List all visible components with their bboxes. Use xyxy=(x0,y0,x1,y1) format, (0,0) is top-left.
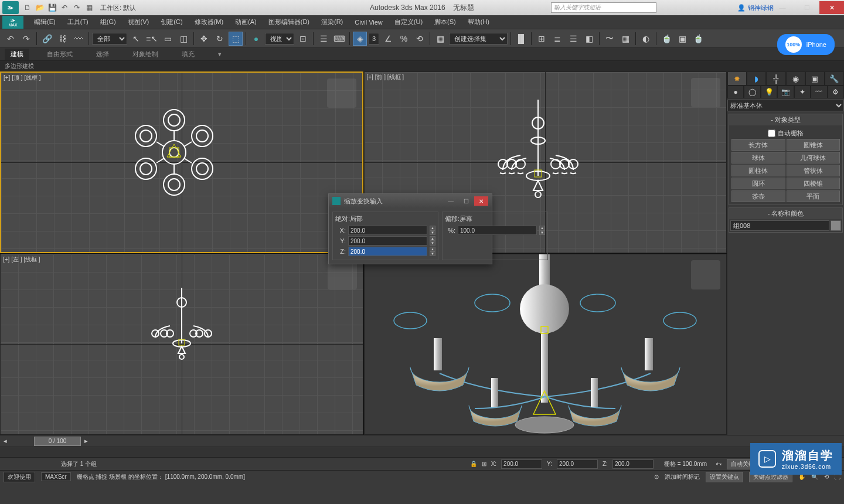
menu-help[interactable]: 帮助(H) xyxy=(462,18,495,26)
search-input[interactable]: 输入关键字或短语 xyxy=(551,2,656,13)
menu-animation[interactable]: 动画(A) xyxy=(229,18,263,26)
spinner-up-icon[interactable]: ▲ xyxy=(430,236,435,241)
spinner-down-icon[interactable]: ▼ xyxy=(430,230,435,235)
lock-icon[interactable]: 🔒 xyxy=(470,461,477,467)
ribbon-tab-modeling[interactable]: 建模 xyxy=(5,49,29,60)
ribbon-tab-objectpaint[interactable]: 对象绘制 xyxy=(127,49,164,60)
time-prev-icon[interactable]: ◂ xyxy=(0,437,11,445)
display-tab-icon[interactable]: ▣ xyxy=(805,71,825,86)
dialog-close-button[interactable]: ✕ xyxy=(474,196,488,206)
render-setup-button[interactable]: 🍵 xyxy=(659,32,673,46)
menu-civil[interactable]: Civil View xyxy=(349,19,388,26)
snap-toggle-button[interactable]: ◈ xyxy=(353,32,367,46)
sphere-button[interactable]: 球体 xyxy=(731,152,785,164)
mirror-button[interactable]: ▐▌ xyxy=(514,32,528,46)
menu-create[interactable]: 创建(C) xyxy=(155,18,188,26)
percent-snap-button[interactable]: % xyxy=(397,32,411,46)
edit-named-button[interactable]: ▦ xyxy=(433,32,447,46)
key-icon[interactable]: 🗝 xyxy=(716,461,722,467)
systems-subtab-icon[interactable]: ⚙ xyxy=(828,86,844,98)
ribbon-tab-freeform[interactable]: 自由形式 xyxy=(41,49,79,60)
maximize-button[interactable]: ☐ xyxy=(795,1,819,14)
move-button[interactable]: ✥ xyxy=(197,32,211,46)
select-region-button[interactable]: ▭ xyxy=(161,32,175,46)
time-next-icon[interactable]: ▸ xyxy=(81,437,91,445)
menu-customize[interactable]: 自定义(U) xyxy=(389,18,428,26)
autogrid-checkbox[interactable]: 自动栅格 xyxy=(731,128,840,139)
refcoord-dropdown[interactable]: 视图 xyxy=(265,33,294,45)
spinner-up-icon[interactable]: ▲ xyxy=(539,226,545,230)
coord-mode-icon[interactable]: ⊞ xyxy=(482,461,486,467)
bind-spacewarp-button[interactable]: 〰 xyxy=(72,32,86,46)
object-name-input[interactable] xyxy=(730,220,829,231)
torus-button[interactable]: 圆环 xyxy=(731,178,785,189)
box-button[interactable]: 长方体 xyxy=(731,139,785,151)
time-slider[interactable]: ◂ 0 / 100 ▸ xyxy=(0,435,844,447)
user-account[interactable]: 👤 钢神绿钢 xyxy=(737,4,774,12)
geosphere-button[interactable]: 几何球体 xyxy=(787,152,840,164)
spinner-down-icon[interactable]: ▼ xyxy=(539,230,545,235)
align-button[interactable]: ⊞ xyxy=(535,32,549,46)
viewport-left[interactable]: [+] [左 ] [线框 ] xyxy=(0,254,363,435)
close-button[interactable]: ✕ xyxy=(819,1,844,14)
select-button[interactable]: ↖ xyxy=(129,32,143,46)
manipulate-button[interactable]: ☰ xyxy=(316,32,331,46)
dialog-maximize-button[interactable]: ☐ xyxy=(459,196,473,206)
curve-editor-button[interactable]: 〜 xyxy=(603,32,617,46)
max-logo-icon[interactable]: 3▸MAX xyxy=(2,16,23,29)
spinner-up-icon[interactable]: ▲ xyxy=(430,226,435,230)
redo-button[interactable]: ↷ xyxy=(19,32,33,46)
status-z-input[interactable] xyxy=(612,459,654,469)
angle-snap-button[interactable]: ∠ xyxy=(381,32,395,46)
named-selection-dropdown[interactable]: 创建选择集 xyxy=(449,33,508,45)
setkey-button[interactable]: 设置关键点 xyxy=(706,472,743,482)
window-crossing-button[interactable]: ◫ xyxy=(176,32,190,46)
qat-save-icon[interactable]: 💾 xyxy=(47,2,57,13)
spinner-up-icon[interactable]: ▲ xyxy=(430,247,435,251)
layer-button[interactable]: ≣ xyxy=(550,32,564,46)
menu-group[interactable]: 组(G) xyxy=(94,18,122,26)
viewcube-icon[interactable] xyxy=(691,78,720,107)
cone-button[interactable]: 圆锥体 xyxy=(787,139,840,151)
unlink-button[interactable]: ⛓ xyxy=(56,32,70,46)
abs-x-input[interactable] xyxy=(348,226,427,235)
dialog-titlebar[interactable]: 缩放变换输入 — ☐ ✕ xyxy=(329,194,492,208)
workspace-label[interactable]: 工作区: 默认 xyxy=(100,4,136,12)
qat-project-icon[interactable]: ▦ xyxy=(84,2,94,13)
viewport-perspective[interactable]: [+][透视 ] [真实 ] xyxy=(364,254,727,435)
menu-script[interactable]: 脚本(S) xyxy=(428,18,462,26)
geometry-category-dropdown[interactable]: 标准基本体 xyxy=(727,100,844,111)
spinner-down-icon[interactable]: ▼ xyxy=(430,241,435,246)
viewcube-icon[interactable] xyxy=(327,79,356,108)
status-x-input[interactable] xyxy=(501,459,542,469)
refcoord-icon[interactable]: ● xyxy=(249,32,263,46)
abs-z-input[interactable] xyxy=(348,247,427,256)
shapes-subtab-icon[interactable]: ◯ xyxy=(744,86,760,98)
menu-edit[interactable]: 编辑(E) xyxy=(28,18,62,26)
dialog-minimize-button[interactable]: — xyxy=(444,196,458,206)
render-frame-button[interactable]: ▣ xyxy=(675,32,689,46)
menu-render[interactable]: 渲染(R) xyxy=(315,18,349,26)
cylinder-button[interactable]: 圆柱体 xyxy=(731,165,785,176)
viewport-top[interactable]: [+] [顶 ] [线框 ] xyxy=(0,71,363,253)
ribbon-tab-selection[interactable]: 选择 xyxy=(90,49,115,60)
rotate-button[interactable]: ↻ xyxy=(213,32,227,46)
pivot-button[interactable]: ⊡ xyxy=(296,32,310,46)
link-button[interactable]: 🔗 xyxy=(40,32,54,46)
status-y-input[interactable] xyxy=(557,459,598,469)
menu-tools[interactable]: 工具(T) xyxy=(62,18,94,26)
material-button[interactable]: ◐ xyxy=(639,32,653,46)
toggle-button[interactable]: ◧ xyxy=(582,32,596,46)
isolate-icon[interactable]: ⊙ xyxy=(654,474,659,480)
name-color-rollout-header[interactable]: - 名称和颜色 xyxy=(729,208,842,219)
utilities-tab-icon[interactable]: 🔧 xyxy=(825,71,844,86)
spacewarps-subtab-icon[interactable]: 〰 xyxy=(811,86,827,98)
motion-tab-icon[interactable]: ◉ xyxy=(786,71,805,86)
snap-value-input[interactable] xyxy=(369,33,379,45)
time-slider-handle[interactable]: 0 / 100 xyxy=(34,437,81,446)
lights-subtab-icon[interactable]: 💡 xyxy=(761,86,777,98)
qat-undo-icon[interactable]: ↶ xyxy=(59,2,70,13)
modify-tab-icon[interactable]: ◗ xyxy=(747,71,766,86)
cameras-subtab-icon[interactable]: 📷 xyxy=(777,86,794,98)
pyramid-button[interactable]: 四棱锥 xyxy=(787,178,840,189)
